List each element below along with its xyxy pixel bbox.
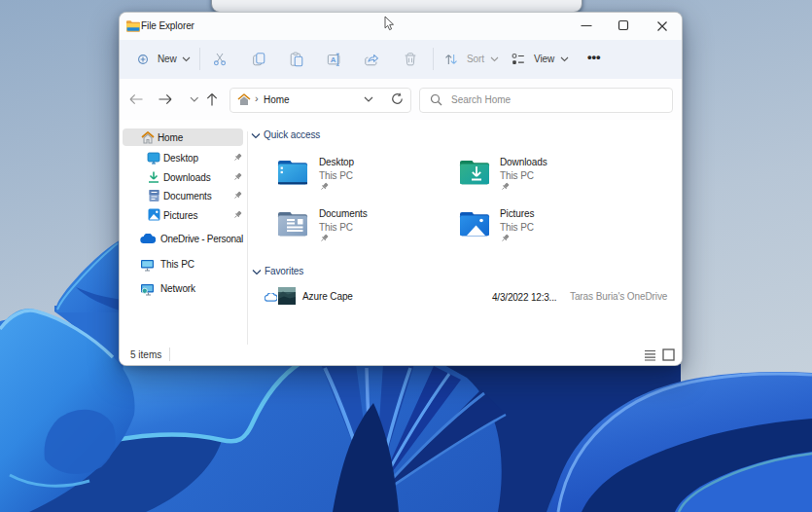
svg-text:A: A (331, 55, 336, 64)
